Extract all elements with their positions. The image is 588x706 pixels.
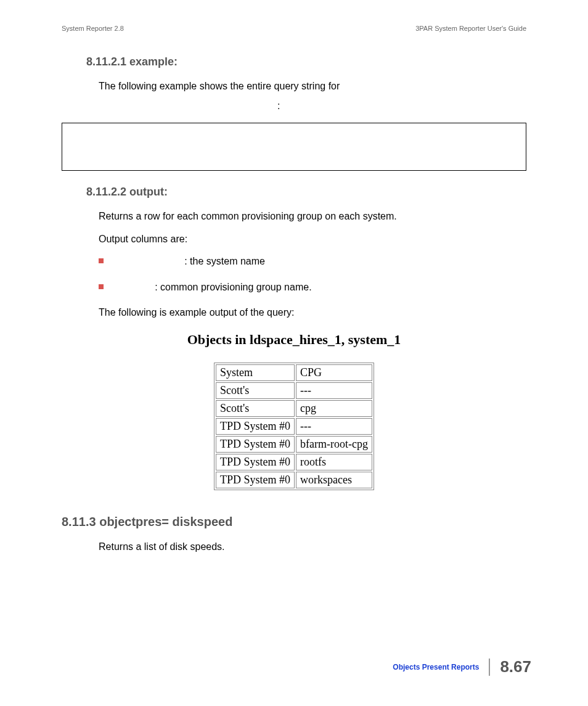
header-right: 3PAR System Reporter User's Guide — [415, 25, 526, 32]
page-footer: Objects Present Reports 8.67 — [393, 657, 531, 676]
footer-label: Objects Present Reports — [393, 659, 490, 676]
table-cell: CPG — [296, 364, 372, 381]
table-cell: rootfs — [296, 454, 372, 470]
table-row: TPD System #0workspaces — [216, 472, 372, 488]
table-cell: bfarm-root-cpg — [296, 436, 372, 453]
header-left: System Reporter 2.8 — [62, 25, 124, 32]
bullet-text: : common provisioning group name. — [155, 282, 311, 292]
table-row: Scott's--- — [216, 382, 372, 399]
list-item: : the system name — [99, 255, 526, 269]
heading-output: 8.11.2.2 output: — [86, 186, 526, 199]
table-cell: --- — [296, 418, 372, 435]
table-cell: System — [216, 364, 295, 381]
table-cell: --- — [296, 382, 372, 399]
output-line2: Output columns are: — [99, 232, 526, 246]
table-cell: Scott's — [216, 382, 295, 399]
table-row: SystemCPG — [216, 364, 372, 381]
output-line1: Returns a row for each common provisioni… — [99, 210, 526, 223]
table-row: TPD System #0--- — [216, 418, 372, 435]
heading-diskspeed: 8.11.3 objectpres= diskspeed — [62, 515, 526, 529]
footer-page-number: 8.67 — [490, 657, 531, 676]
bullet-text: : the system name — [184, 256, 265, 266]
page-header: System Reporter 2.8 3PAR System Reporter… — [0, 25, 588, 32]
table-row: TPD System #0bfarm-root-cpg — [216, 436, 372, 453]
code-box — [62, 123, 526, 171]
list-item: : common provisioning group name. — [99, 281, 526, 295]
output-table-wrap: Objects in ldspace_hires_1, system_1 Sys… — [62, 332, 526, 490]
table-cell: Scott's — [216, 400, 295, 417]
table-cell: TPD System #0 — [216, 454, 295, 470]
table-cell: workspaces — [296, 472, 372, 488]
table-cell: TPD System #0 — [216, 472, 295, 488]
output-table: SystemCPG Scott's--- Scott'scpg TPD Syst… — [214, 363, 374, 490]
page-content: 8.11.2.1 example: The following example … — [62, 55, 526, 563]
diskspeed-text: Returns a list of disk speeds. — [99, 540, 526, 554]
table-cell: TPD System #0 — [216, 418, 295, 435]
example-intro: The following example shows the entire q… — [99, 80, 526, 93]
table-row: Scott'scpg — [216, 400, 372, 417]
table-title: Objects in ldspace_hires_1, system_1 — [187, 332, 401, 348]
heading-example: 8.11.2.1 example: — [86, 55, 526, 68]
example-intro-continue: : — [99, 101, 526, 112]
output-bullets: : the system name : common provisioning … — [99, 255, 526, 295]
table-cell: cpg — [296, 400, 372, 417]
table-row: TPD System #0rootfs — [216, 454, 372, 470]
table-cell: TPD System #0 — [216, 436, 295, 453]
output-line3: The following is example output of the q… — [99, 306, 526, 319]
